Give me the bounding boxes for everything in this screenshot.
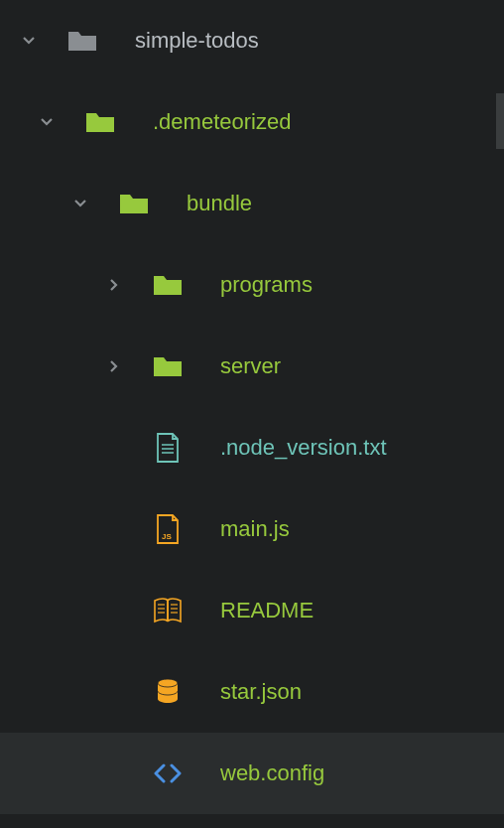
tree-item-programs[interactable]: programs [0, 244, 504, 326]
tree-item-label: star.json [220, 679, 302, 705]
tree-item-label: README [220, 598, 314, 623]
tree-item-label: main.js [220, 516, 290, 542]
chevron-right-icon[interactable] [103, 274, 125, 296]
tree-item-label: .node_version.txt [220, 435, 387, 461]
scrollbar-thumb[interactable] [496, 93, 504, 149]
tree-item-node-version[interactable]: .node_version.txt [0, 407, 504, 488]
tree-item-readme[interactable]: README [0, 570, 504, 651]
chevron-down-icon[interactable] [18, 30, 40, 52]
chevron-down-icon[interactable] [36, 111, 58, 133]
tree-item-web-config[interactable]: web.config [0, 733, 504, 814]
tree-item-main-js[interactable]: JS main.js [0, 488, 504, 570]
tree-item-simple-todos[interactable]: simple-todos [0, 0, 504, 81]
tree-item-star-json[interactable]: star.json [0, 651, 504, 733]
tree-item-demeteorized[interactable]: .demeteorized [0, 81, 504, 163]
folder-icon [117, 187, 151, 220]
tree-item-label: server [220, 353, 281, 379]
code-icon [151, 757, 185, 790]
folder-icon [83, 105, 117, 139]
folder-icon [65, 24, 99, 58]
tree-item-label: .demeteorized [153, 109, 291, 135]
tree-item-label: programs [220, 272, 313, 298]
tree-item-server[interactable]: server [0, 326, 504, 407]
svg-text:JS: JS [162, 532, 172, 541]
database-icon [151, 675, 185, 709]
chevron-right-icon[interactable] [103, 355, 125, 377]
book-icon [151, 594, 185, 627]
folder-icon [151, 268, 185, 302]
tree-item-bundle[interactable]: bundle [0, 163, 504, 244]
tree-item-label: simple-todos [135, 28, 259, 54]
tree-item-label: bundle [187, 191, 252, 216]
text-file-icon [151, 431, 185, 465]
tree-item-label: web.config [220, 760, 324, 786]
chevron-down-icon[interactable] [69, 193, 91, 214]
folder-icon [151, 349, 185, 383]
js-file-icon: JS [151, 512, 185, 546]
